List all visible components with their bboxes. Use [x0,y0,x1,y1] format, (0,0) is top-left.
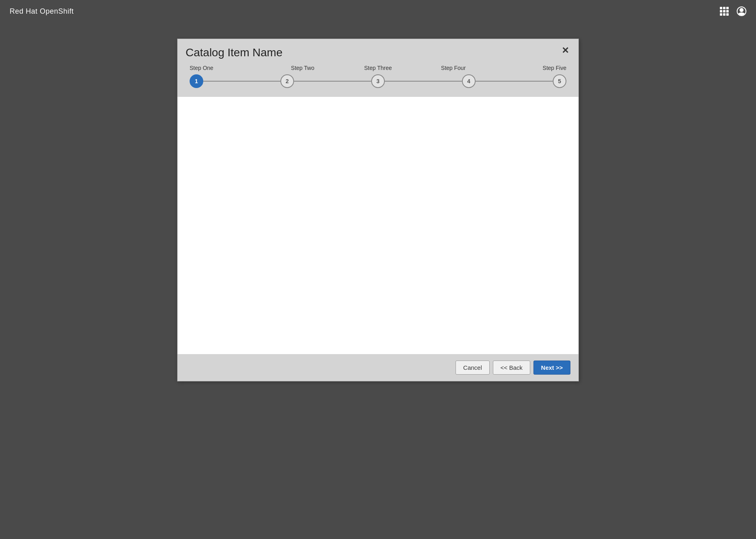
dialog-header: Catalog Item Name ✕ [178,39,578,59]
dialog-footer: Cancel << Back Next >> [178,354,578,381]
step-two-label: Step Two [265,65,341,71]
step-4-circle[interactable]: 4 [462,74,476,88]
step-four-label: Step Four [416,65,491,71]
step-3-circle[interactable]: 3 [371,74,385,88]
step-three-label: Step Three [340,65,416,71]
step-2-circle[interactable]: 2 [280,74,294,88]
step-five-label: Step Five [491,65,566,71]
back-button[interactable]: << Back [493,361,530,375]
wizard-circles-row: 1 2 3 4 5 [190,74,566,88]
cancel-button[interactable]: Cancel [456,361,490,375]
step-3-4-line [385,81,462,82]
step-5-circle[interactable]: 5 [553,74,566,88]
grid-menu-icon[interactable] [720,7,729,16]
step-2-3-line [294,81,371,82]
user-avatar-icon[interactable] [737,6,746,16]
step-1-2-line [203,81,280,82]
dialog: Catalog Item Name ✕ Step One Step Two St… [177,39,579,381]
navbar-icons [720,6,746,16]
close-button[interactable]: ✕ [560,46,570,55]
app-brand: Red Hat OpenShift [10,7,74,16]
dialog-title: Catalog Item Name [186,46,282,59]
next-button[interactable]: Next >> [533,361,570,375]
wizard-labels-row: Step One Step Two Step Three Step Four S… [190,65,566,71]
navbar: Red Hat OpenShift [0,0,756,23]
step-1-circle[interactable]: 1 [190,74,203,88]
step-one-label: Step One [190,65,265,71]
step-4-5-line [476,81,553,82]
wizard-container: Step One Step Two Step Three Step Four S… [178,59,578,97]
main-content: Catalog Item Name ✕ Step One Step Two St… [0,23,756,539]
dialog-body [178,97,578,354]
